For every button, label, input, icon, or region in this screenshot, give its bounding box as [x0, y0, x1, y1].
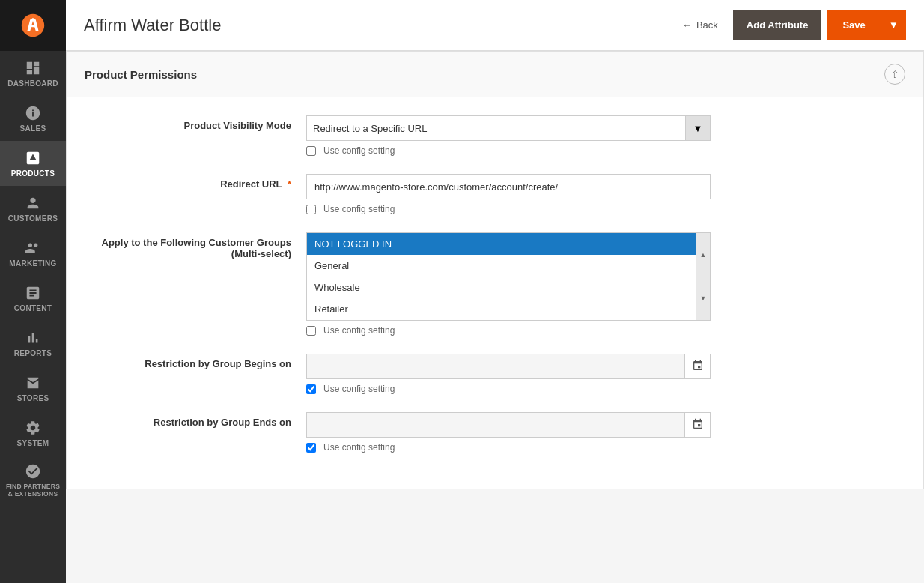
- multiselect-scrollbar[interactable]: ▲ ▼: [696, 232, 711, 321]
- group-begins-on-label: Restriction by Group Begins on: [97, 354, 291, 369]
- back-button-label: Back: [696, 19, 718, 31]
- groups-config-setting: Use config setting: [306, 325, 711, 336]
- visibility-mode-control: Redirect to a Specific URL Hide from Pro…: [306, 115, 711, 156]
- group-ends-on-calendar-button[interactable]: [685, 412, 711, 438]
- group-ends-on-row: Restriction by Group Ends on: [97, 412, 893, 453]
- begins-use-config-label[interactable]: Use config setting: [323, 384, 395, 394]
- sidebar-item-content-label: CONTENT: [14, 304, 52, 312]
- sidebar-item-stores-label: STORES: [17, 394, 49, 402]
- section-title: Product Permissions: [85, 68, 197, 81]
- customer-group-retailer[interactable]: Retailer: [307, 298, 696, 320]
- content-area: Product Permissions ⇧ Product Visibility…: [66, 51, 924, 583]
- customer-groups-label: Apply to the Following Customer Groups (…: [97, 232, 291, 259]
- begins-config-setting: Use config setting: [306, 384, 711, 394]
- sidebar-item-partners-label: FIND PARTNERS & EXTENSIONS: [3, 483, 63, 498]
- chevron-down-icon: ▼: [889, 19, 899, 31]
- redirect-url-control: Use config setting: [306, 174, 711, 214]
- redirect-url-input[interactable]: [306, 174, 711, 199]
- back-arrow-icon: ←: [682, 19, 692, 31]
- customer-group-not-logged-in[interactable]: NOT LOGGED IN: [307, 233, 696, 255]
- back-button[interactable]: ← Back: [673, 13, 727, 37]
- visibility-mode-row: Product Visibility Mode Redirect to a Sp…: [97, 115, 893, 156]
- calendar-icon: [692, 418, 704, 432]
- redirect-url-config-setting: Use config setting: [306, 204, 711, 214]
- add-attribute-button[interactable]: Add Attribute: [733, 10, 822, 40]
- group-begins-on-input[interactable]: [306, 354, 685, 379]
- customer-groups-row: Apply to the Following Customer Groups (…: [97, 232, 893, 336]
- sidebar-item-system[interactable]: SYSTEM: [0, 411, 66, 456]
- group-begins-on-control: Use config setting: [306, 354, 711, 394]
- customer-group-general[interactable]: General: [307, 255, 696, 277]
- main-area: Affirm Water Bottle ← Back Add Attribute…: [66, 0, 924, 583]
- customer-groups-list: NOT LOGGED IN General Wholesale Retailer: [306, 232, 696, 321]
- sidebar-item-sales[interactable]: SALES: [0, 96, 66, 141]
- sidebar-item-marketing-label: MARKETING: [9, 259, 56, 268]
- chevron-up-icon: ⇧: [891, 69, 899, 80]
- select-arrow-icon: ▼: [685, 115, 711, 141]
- sidebar-item-stores[interactable]: STORES: [0, 366, 66, 411]
- sidebar-item-reports-label: REPORTS: [14, 349, 52, 357]
- topbar-actions: ← Back Add Attribute Save ▼: [673, 10, 906, 40]
- customer-groups-control: NOT LOGGED IN General Wholesale Retailer…: [306, 232, 711, 336]
- sidebar-item-sales-label: SALES: [20, 124, 46, 133]
- topbar: Affirm Water Bottle ← Back Add Attribute…: [66, 0, 924, 51]
- required-indicator: *: [288, 178, 291, 190]
- sidebar: DASHBOARD SALES PRODUCTS CUSTOMERS MARKE…: [0, 0, 66, 583]
- groups-use-config-checkbox[interactable]: [306, 326, 316, 336]
- section-body: Product Visibility Mode Redirect to a Sp…: [67, 97, 923, 489]
- sidebar-item-products-label: PRODUCTS: [11, 169, 55, 178]
- ends-use-config-checkbox[interactable]: [306, 443, 316, 453]
- sidebar-item-partners[interactable]: FIND PARTNERS & EXTENSIONS: [0, 456, 66, 505]
- group-ends-on-control: Use config setting: [306, 412, 711, 453]
- section-header: Product Permissions ⇧: [67, 52, 923, 97]
- sidebar-item-content[interactable]: CONTENT: [0, 276, 66, 321]
- redirect-use-config-checkbox[interactable]: [306, 205, 316, 214]
- ends-use-config-label[interactable]: Use config setting: [323, 442, 395, 453]
- group-ends-on-date-wrap: [306, 412, 711, 438]
- group-begins-on-calendar-button[interactable]: [685, 354, 711, 379]
- page-title: Affirm Water Bottle: [84, 16, 221, 35]
- save-dropdown-button[interactable]: ▼: [881, 10, 906, 40]
- sidebar-item-customers[interactable]: CUSTOMERS: [0, 186, 66, 231]
- visibility-mode-label: Product Visibility Mode: [97, 115, 291, 131]
- visibility-use-config-label[interactable]: Use config setting: [323, 145, 395, 156]
- sidebar-item-marketing[interactable]: MARKETING: [0, 231, 66, 276]
- save-button[interactable]: Save: [827, 10, 880, 40]
- visibility-mode-select[interactable]: Redirect to a Specific URL Hide from Pro…: [306, 115, 685, 141]
- visibility-mode-select-wrapper: Redirect to a Specific URL Hide from Pro…: [306, 115, 711, 141]
- customer-group-wholesale[interactable]: Wholesale: [307, 277, 696, 298]
- save-button-group: Save ▼: [827, 10, 906, 40]
- redirect-use-config-label[interactable]: Use config setting: [323, 204, 395, 214]
- redirect-url-row: Redirect URL * Use config setting: [97, 174, 893, 214]
- section-collapse-button[interactable]: ⇧: [884, 64, 905, 85]
- customer-groups-multiselect-wrap: NOT LOGGED IN General Wholesale Retailer…: [306, 232, 711, 321]
- sidebar-item-system-label: SYSTEM: [17, 439, 49, 447]
- sidebar-item-reports[interactable]: REPORTS: [0, 321, 66, 366]
- sidebar-item-products[interactable]: PRODUCTS: [0, 141, 66, 186]
- ends-config-setting: Use config setting: [306, 442, 711, 453]
- logo[interactable]: [0, 0, 66, 51]
- sidebar-item-customers-label: CUSTOMERS: [8, 214, 58, 223]
- visibility-use-config-checkbox[interactable]: [306, 146, 316, 156]
- scroll-down-icon[interactable]: ▼: [696, 277, 710, 320]
- group-begins-on-row: Restriction by Group Begins on: [97, 354, 893, 394]
- redirect-url-label: Redirect URL *: [97, 174, 291, 190]
- calendar-icon: [692, 360, 704, 374]
- begins-use-config-checkbox[interactable]: [306, 384, 316, 394]
- product-permissions-section: Product Permissions ⇧ Product Visibility…: [66, 51, 924, 489]
- sidebar-item-dashboard-label: DASHBOARD: [7, 79, 58, 88]
- sidebar-item-dashboard[interactable]: DASHBOARD: [0, 51, 66, 96]
- scroll-up-icon[interactable]: ▲: [696, 233, 710, 277]
- visibility-config-setting: Use config setting: [306, 145, 711, 156]
- group-begins-on-date-wrap: [306, 354, 711, 379]
- group-ends-on-input[interactable]: [306, 412, 685, 438]
- group-ends-on-label: Restriction by Group Ends on: [97, 412, 291, 428]
- groups-use-config-label[interactable]: Use config setting: [323, 325, 395, 336]
